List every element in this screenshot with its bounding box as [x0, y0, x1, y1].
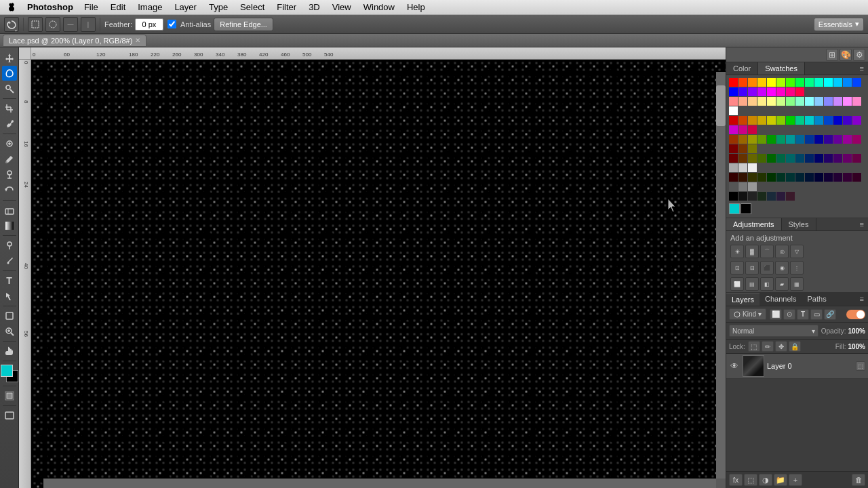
swatch[interactable] [795, 97, 804, 106]
vertical-scrollbar[interactable] [716, 72, 726, 479]
swatch[interactable] [767, 116, 776, 125]
marquee-circle-btn[interactable] [45, 17, 60, 32]
swatch[interactable] [805, 173, 814, 182]
swatch[interactable] [795, 154, 804, 163]
blend-mode-dropdown[interactable]: Normal ▾ [729, 325, 818, 337]
adj-panel-menu[interactable]: ≡ [856, 218, 868, 230]
swatch[interactable] [748, 173, 757, 182]
swatch[interactable] [824, 173, 833, 182]
layers-panel-menu[interactable]: ≡ [856, 293, 868, 306]
dodge-tool[interactable] [2, 238, 17, 253]
layer-visibility-toggle[interactable]: 👁 [729, 361, 740, 371]
refine-edge-button[interactable]: Refine Edge... [214, 18, 273, 31]
swatch[interactable] [729, 125, 738, 134]
tab-styles[interactable]: Styles [782, 218, 816, 230]
swatch[interactable] [729, 97, 738, 106]
swatch[interactable] [786, 154, 795, 163]
layer-group-icon[interactable]: 📁 [774, 474, 787, 486]
canvas[interactable] [31, 60, 726, 488]
exposure-adj[interactable]: ◎ [775, 245, 789, 258]
swatch[interactable] [738, 182, 747, 191]
swatch[interactable] [795, 78, 804, 87]
swatch[interactable] [824, 116, 833, 125]
menu-window[interactable]: Window [358, 1, 400, 14]
swatch[interactable] [852, 97, 861, 106]
swatch[interactable] [729, 144, 738, 153]
swatch[interactable] [729, 154, 738, 163]
swatch[interactable] [833, 173, 842, 182]
swatch[interactable] [738, 135, 747, 144]
menu-view[interactable]: View [327, 1, 357, 14]
swatch[interactable] [729, 87, 738, 96]
channelmix-adj[interactable]: ⋮ [790, 261, 804, 274]
swatch[interactable] [748, 116, 757, 125]
anti-alias-checkbox[interactable] [167, 20, 176, 28]
swatch[interactable] [833, 97, 842, 106]
levels-adj[interactable]: ▓ [745, 245, 759, 258]
swatch[interactable] [776, 135, 785, 144]
swatch[interactable] [748, 182, 757, 191]
swatch[interactable] [843, 97, 852, 106]
colorbalance-adj[interactable]: ⊟ [745, 261, 759, 274]
swatch[interactable] [738, 173, 747, 182]
swatch[interactable] [729, 135, 738, 144]
single-row-btn[interactable]: — [63, 17, 78, 32]
swatch[interactable] [843, 116, 852, 125]
swatch[interactable] [852, 135, 861, 144]
swatch[interactable] [767, 173, 776, 182]
threshold-adj[interactable]: ◧ [760, 277, 774, 291]
feather-input[interactable] [135, 18, 163, 30]
swatch[interactable] [805, 154, 814, 163]
swatch[interactable] [814, 78, 823, 87]
swatch[interactable] [748, 135, 757, 144]
tab-swatches[interactable]: Swatches [758, 62, 805, 75]
layer-new-icon[interactable]: + [789, 474, 802, 486]
swatch[interactable] [767, 135, 776, 144]
swatch[interactable] [748, 87, 757, 96]
filter-smart-icon[interactable]: 🔗 [824, 309, 836, 320]
swatch[interactable] [757, 116, 766, 125]
swatch[interactable] [814, 135, 823, 144]
swatch[interactable] [748, 154, 757, 163]
swatch[interactable] [833, 116, 842, 125]
swatch[interactable] [824, 97, 833, 106]
swatch[interactable] [795, 116, 804, 125]
swatch[interactable] [738, 78, 747, 87]
swatch[interactable] [748, 163, 757, 172]
filter-shape-icon[interactable]: ▭ [810, 309, 823, 320]
lock-all-icon[interactable]: 🔒 [789, 341, 801, 352]
lock-transparent-icon[interactable]: ⬚ [748, 341, 760, 352]
eyedropper-tool[interactable] [2, 117, 17, 131]
swatch[interactable] [786, 192, 795, 201]
menu-filter[interactable]: Filter [271, 1, 302, 14]
panel-icon-1[interactable]: ⊞ [826, 49, 838, 61]
swatch[interactable] [814, 173, 823, 182]
menu-file[interactable]: File [79, 1, 104, 14]
vertical-scrollbar-thumb[interactable] [716, 85, 726, 126]
swatch[interactable] [824, 135, 833, 144]
swatch[interactable] [767, 97, 776, 106]
screen-mode-tool[interactable] [2, 408, 17, 423]
panel-menu-arrow[interactable]: ≡ [856, 62, 868, 75]
swatch-foreground[interactable] [729, 203, 740, 214]
swatch[interactable] [767, 78, 776, 87]
brush-tool[interactable] [2, 152, 17, 167]
swatch[interactable] [729, 173, 738, 182]
lasso-tool[interactable] [2, 66, 17, 81]
filter-toggle[interactable] [846, 310, 865, 319]
invert-adj[interactable]: ⬜ [730, 277, 744, 291]
doc-tab-close[interactable]: ✕ [135, 37, 140, 44]
swatch[interactable] [738, 97, 747, 106]
swatch[interactable] [776, 173, 785, 182]
tab-paths[interactable]: Paths [802, 293, 832, 306]
menu-edit[interactable]: Edit [105, 1, 131, 14]
layer-options-icon[interactable]: ⬚ [856, 361, 865, 371]
gradient-tool[interactable] [2, 218, 17, 233]
layer-fx-icon[interactable]: fx [729, 474, 743, 486]
swatch[interactable] [757, 97, 766, 106]
swatch[interactable] [786, 78, 795, 87]
swatch[interactable] [748, 97, 757, 106]
tab-color[interactable]: Color [726, 62, 758, 75]
hsl-adj[interactable]: ⊡ [730, 261, 744, 274]
layer-delete-icon[interactable]: 🗑 [852, 474, 865, 486]
